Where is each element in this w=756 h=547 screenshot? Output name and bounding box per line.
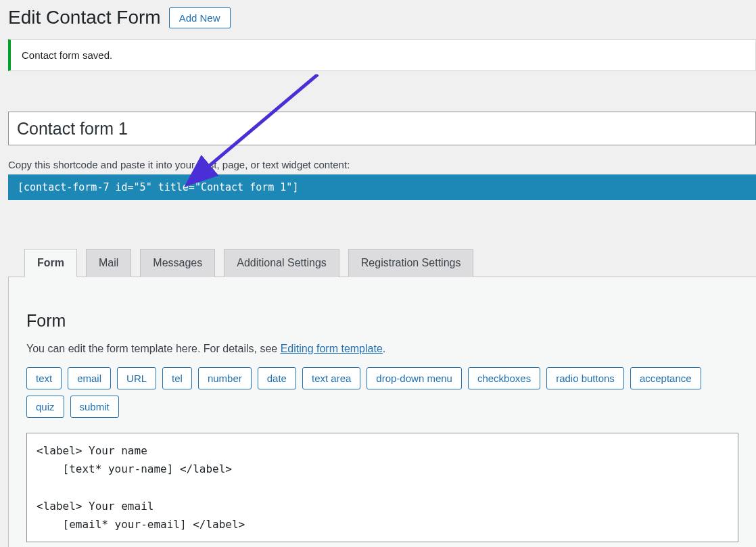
tag-btn-drop-down-menu[interactable]: drop-down menu (367, 367, 462, 389)
panel-heading: Form (26, 311, 738, 331)
tab-messages[interactable]: Messages (140, 249, 215, 277)
tab-registration[interactable]: Registration Settings (348, 249, 474, 277)
shortcode-label: Copy this shortcode and paste it into yo… (8, 159, 756, 170)
tag-btn-text[interactable]: text (26, 367, 62, 389)
form-template-editor[interactable]: <label> Your name [text* your-name] </la… (26, 433, 738, 542)
help-suffix: . (383, 343, 385, 354)
tag-btn-url[interactable]: URL (117, 367, 156, 389)
help-text: You can edit the form template here. For… (26, 343, 738, 355)
tab-panel-form: Form You can edit the form template here… (8, 277, 756, 547)
tag-btn-text-area[interactable]: text area (302, 367, 360, 389)
tag-btn-radio-buttons[interactable]: radio buttons (546, 367, 624, 389)
tag-btn-acceptance[interactable]: acceptance (630, 367, 701, 389)
form-title-input[interactable] (8, 112, 756, 145)
add-new-button[interactable]: Add New (169, 7, 231, 28)
editing-template-link[interactable]: Editing form template (281, 343, 383, 354)
help-prefix: You can edit the form template here. For… (26, 343, 281, 354)
tag-btn-email[interactable]: email (68, 367, 111, 389)
tab-form[interactable]: Form (24, 249, 77, 277)
tag-btn-quiz[interactable]: quiz (26, 396, 64, 418)
notice-saved: Contact form saved. (8, 39, 756, 71)
tag-buttons-row: textemailURLtelnumberdatetext areadrop-d… (26, 367, 738, 418)
notice-message: Contact form saved. (22, 49, 112, 61)
page-title: Edit Contact Form (8, 7, 161, 28)
tag-btn-checkboxes[interactable]: checkboxes (468, 367, 540, 389)
tag-btn-date[interactable]: date (258, 367, 296, 389)
tab-mail[interactable]: Mail (86, 249, 131, 277)
tag-btn-number[interactable]: number (198, 367, 252, 389)
tag-btn-tel[interactable]: tel (162, 367, 192, 389)
tabs-nav: FormMailMessagesAdditional SettingsRegis… (8, 249, 756, 277)
tab-additional[interactable]: Additional Settings (224, 249, 339, 277)
shortcode-field[interactable] (8, 174, 756, 200)
tag-btn-submit[interactable]: submit (70, 396, 119, 418)
